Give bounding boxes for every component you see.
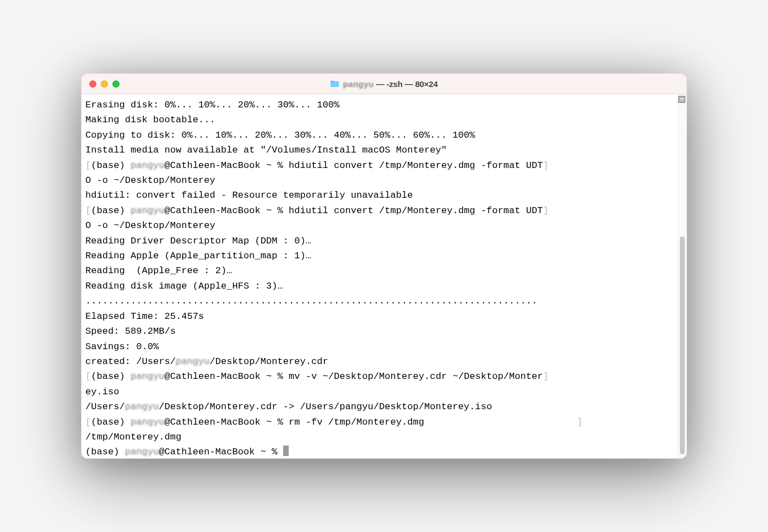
folder-icon — [330, 80, 339, 88]
prompt-line: (base) pangyu@Cathleen-MacBook ~ % — [85, 444, 674, 458]
output-line: hdiutil: convert failed - Resource tempo… — [85, 188, 674, 203]
output-line: /Users/pangyu/Desktop/Monterey.cdr -> /U… — [85, 399, 674, 414]
output-line: created: /Users/pangyu/Desktop/Monterey.… — [85, 354, 674, 369]
maximize-button[interactable] — [112, 80, 120, 88]
output-line: /tmp/Monterey.dmg — [85, 430, 674, 444]
output-line: ........................................… — [85, 294, 674, 308]
window-title: pangyu — -zsh — 80×24 — [82, 79, 686, 89]
output-line: ey.iso — [85, 384, 674, 399]
window-titlebar[interactable]: pangyu — -zsh — 80×24 — [82, 74, 686, 94]
output-line: Erasing disk: 0%... 10%... 20%... 30%...… — [85, 97, 674, 112]
title-suffix: — -zsh — 80×24 — [374, 79, 438, 89]
output-line: Speed: 589.2MB/s — [85, 324, 674, 339]
output-line: Reading (Apple_Free : 2)… — [85, 263, 674, 278]
output-line: Savings: 0.0% — [85, 339, 674, 354]
title-hidden: pangyu — [343, 79, 374, 89]
scrollbar[interactable] — [678, 94, 686, 458]
output-line: Making disk bootable... — [85, 112, 674, 127]
output-line: [(base) pangyu@Cathleen-MacBook ~ % mv -… — [85, 369, 674, 384]
output-line: Reading disk image (Apple_HFS : 3)… — [85, 279, 674, 294]
output-line: O -o ~/Desktop/Monterey — [85, 173, 674, 188]
output-line: O -o ~/Desktop/Monterey — [85, 218, 674, 233]
close-button[interactable] — [89, 80, 96, 88]
output-line: Reading Driver Descriptor Map (DDM : 0)… — [85, 234, 674, 248]
traffic-lights — [89, 80, 120, 88]
terminal-body: Erasing disk: 0%... 10%... 20%... 30%...… — [82, 94, 686, 458]
terminal-output[interactable]: Erasing disk: 0%... 10%... 20%... 30%...… — [82, 94, 678, 458]
output-line: Copying to disk: 0%... 10%... 20%... 30%… — [85, 128, 674, 143]
scroll-indicator-icon — [678, 96, 685, 103]
terminal-window: pangyu — -zsh — 80×24 Erasing disk: 0%..… — [81, 73, 687, 459]
output-line: Reading Apple (Apple_partition_map : 1)… — [85, 248, 674, 263]
output-line: [(base) pangyu@Cathleen-MacBook ~ % rm -… — [85, 415, 674, 430]
output-line: Elapsed Time: 25.457s — [85, 309, 674, 324]
cursor — [283, 446, 289, 456]
output-line: [(base) pangyu@Cathleen-MacBook ~ % hdiu… — [85, 203, 674, 218]
scrollbar-thumb[interactable] — [680, 236, 685, 455]
minimize-button[interactable] — [101, 80, 108, 88]
output-line: Install media now available at "/Volumes… — [85, 143, 674, 158]
output-line: [(base) pangyu@Cathleen-MacBook ~ % hdiu… — [85, 158, 674, 173]
